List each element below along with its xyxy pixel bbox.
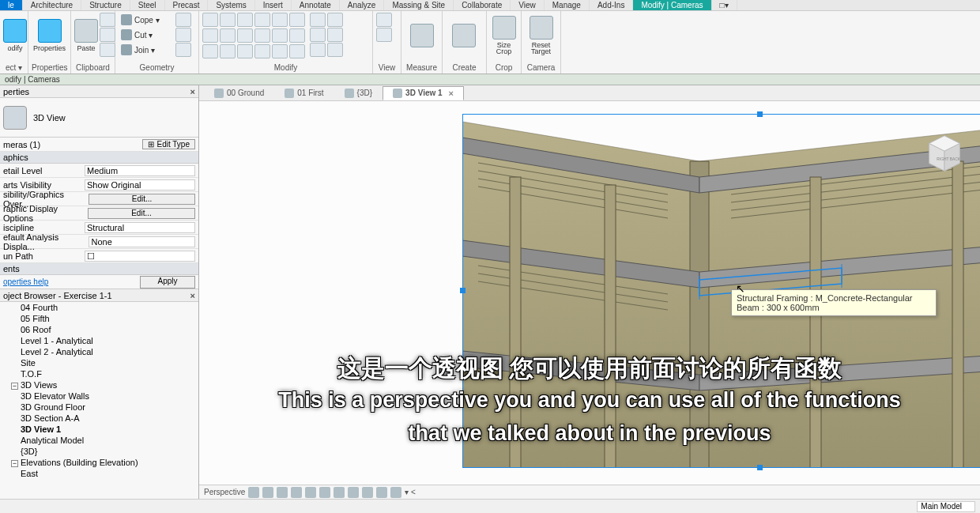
tab-analyze[interactable]: Analyze	[340, 0, 385, 10]
modify-tool-4[interactable]	[254, 13, 270, 27]
node-3d[interactable]: {3D}	[0, 446, 198, 457]
node-3d-views[interactable]: −3D Views	[0, 379, 198, 390]
tab-addins[interactable]: Add-Ins	[590, 0, 633, 10]
geom-small-3[interactable]	[175, 43, 191, 57]
modify-tool-7[interactable]	[202, 28, 218, 43]
measure-button[interactable]	[405, 13, 439, 58]
node-05-fifth[interactable]: 05 Fifth	[0, 313, 198, 324]
modify-extra-1[interactable]	[310, 13, 326, 27]
modify-tool-12[interactable]	[289, 28, 305, 43]
size-crop-button[interactable]: SizeCrop	[490, 13, 518, 58]
node-elevations[interactable]: −Elevations (Building Elevation)	[0, 457, 198, 468]
node-tof[interactable]: T.O.F	[0, 368, 198, 379]
crop-handle-top[interactable]	[757, 111, 763, 117]
tab-systems[interactable]: Systems	[208, 0, 254, 10]
vc-temp-hide-icon[interactable]	[376, 487, 387, 498]
modify-tool-14[interactable]	[220, 44, 236, 58]
viewtab-3d[interactable]: {3D}	[334, 86, 383, 100]
node-site[interactable]: Site	[0, 357, 198, 368]
modify-extra-5[interactable]	[327, 28, 343, 42]
apply-button[interactable]: Apply	[140, 276, 195, 289]
vc-shadow-icon[interactable]	[305, 487, 316, 498]
parts-visibility-value[interactable]: Show Original	[85, 179, 195, 190]
instance-selector[interactable]: meras (1)	[3, 140, 40, 149]
vc-crop-icon[interactable]	[334, 487, 345, 498]
tab-structure[interactable]: Structure	[81, 0, 130, 10]
tab-modify-cameras[interactable]: Modify | Cameras	[633, 0, 711, 10]
node-3d-view-1[interactable]: 3D View 1	[0, 424, 198, 435]
modify-tool-15[interactable]	[237, 44, 253, 58]
modify-tool-button[interactable]: odify	[3, 13, 27, 58]
vc-sun-icon[interactable]	[291, 487, 302, 498]
node-06-roof[interactable]: 06 Roof	[0, 324, 198, 335]
close-browser-button[interactable]: ×	[190, 291, 195, 300]
geom-small-1[interactable]	[175, 13, 191, 27]
properties-button[interactable]: Properties	[32, 13, 67, 58]
vc-render-icon[interactable]	[319, 487, 330, 498]
modify-tool-13[interactable]	[202, 44, 218, 58]
vc-detail-icon[interactable]	[262, 487, 273, 498]
reset-target-button[interactable]: ResetTarget	[525, 13, 557, 58]
tab-manage[interactable]: Manage	[545, 0, 590, 10]
expander-icon[interactable]: −	[11, 383, 18, 390]
join-button[interactable]: Join ▾	[119, 43, 174, 57]
geom-small-2[interactable]	[175, 28, 191, 42]
node-3d-ground-floor[interactable]: 3D Ground Floor	[0, 402, 198, 413]
view-tool-2[interactable]	[376, 28, 392, 42]
paste-button[interactable]: Paste	[74, 13, 98, 58]
status-main-model-dropdown[interactable]: Main Model	[917, 501, 975, 512]
analysis-display-value[interactable]: None	[89, 236, 195, 247]
modify-tool-1[interactable]	[202, 13, 218, 27]
edit-type-button[interactable]: ⊞Edit Type	[142, 139, 195, 149]
vc-scale-icon[interactable]	[248, 487, 259, 498]
viewport[interactable]: Structural Framing : M_Concrete-Rectangu…	[199, 101, 980, 485]
vg-overrides-button[interactable]: Edit...	[89, 194, 195, 205]
close-properties-button[interactable]: ×	[190, 87, 195, 96]
viewtab-00-ground[interactable]: 00 Ground	[204, 86, 274, 100]
cope-button[interactable]: Cope ▾	[119, 13, 174, 27]
crop-handle-left[interactable]	[460, 288, 466, 293]
modify-tool-3[interactable]	[237, 13, 253, 27]
tab-collaborate[interactable]: Collaborate	[454, 0, 511, 10]
node-analytical-model[interactable]: Analytical Model	[0, 435, 198, 446]
project-browser[interactable]: 04 Fourth 05 Fifth 06 Roof Level 1 - Ana…	[0, 302, 198, 499]
vc-style-icon[interactable]	[277, 487, 288, 498]
tab-annotate[interactable]: Annotate	[292, 0, 340, 10]
viewtab-01-first[interactable]: 01 First	[274, 86, 334, 100]
view-mode-label[interactable]: Perspective	[204, 488, 245, 496]
clipboard-small-3[interactable]	[100, 43, 115, 57]
create-button[interactable]	[446, 13, 482, 58]
expander-icon[interactable]: −	[11, 460, 18, 467]
modify-extra-2[interactable]	[310, 28, 326, 42]
tab-steel[interactable]: Steel	[130, 0, 165, 10]
close-viewtab-button[interactable]: ×	[449, 89, 454, 98]
node-level2-analytical[interactable]: Level 2 - Analytical	[0, 346, 198, 357]
viewtab-3d-view-1[interactable]: 3D View 1×	[383, 86, 464, 100]
modify-tool-16[interactable]	[254, 44, 270, 58]
vc-reveal-icon[interactable]	[390, 487, 401, 498]
tab-insert[interactable]: Insert	[255, 0, 292, 10]
tab-precast[interactable]: Precast	[165, 0, 209, 10]
tab-extra[interactable]: □▾	[712, 0, 737, 10]
modify-tool-18[interactable]	[289, 44, 305, 58]
properties-family[interactable]: 3D View	[0, 98, 198, 138]
modify-tool-8[interactable]	[220, 28, 236, 43]
modify-tool-6[interactable]	[289, 13, 305, 27]
modify-tool-5[interactable]	[272, 13, 288, 27]
modify-tool-11[interactable]	[272, 28, 288, 43]
graphic-display-button[interactable]: Edit...	[88, 208, 195, 219]
vc-lock-icon[interactable]	[362, 487, 373, 498]
detail-level-value[interactable]: Medium	[85, 165, 195, 176]
tab-view[interactable]: View	[511, 0, 545, 10]
modify-tool-2[interactable]	[220, 13, 236, 27]
modify-extra-3[interactable]	[310, 43, 326, 57]
properties-help-link[interactable]: operties help	[3, 277, 48, 286]
clipboard-small-1[interactable]	[100, 13, 115, 27]
node-3d-section-aa[interactable]: 3D Section A-A	[0, 413, 198, 424]
viewcube[interactable]: RIGHT BACK	[922, 130, 967, 175]
view-tool-1[interactable]	[376, 13, 392, 27]
crop-handle-bottom[interactable]	[757, 465, 763, 470]
clipboard-small-2[interactable]	[100, 28, 115, 42]
node-level1-analytical[interactable]: Level 1 - Analytical	[0, 335, 198, 346]
discipline-value[interactable]: Structural	[85, 222, 195, 233]
